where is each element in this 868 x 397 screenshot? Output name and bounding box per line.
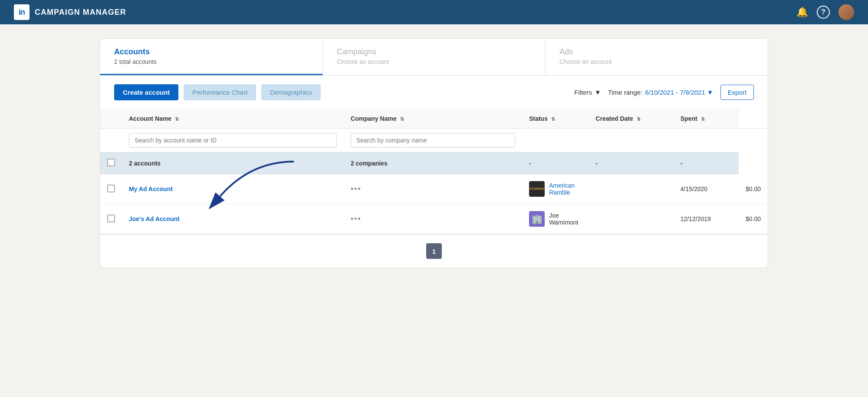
create-account-button[interactable]: Create account [114,84,178,100]
app-title: CAMPAIGN MANAGER [35,8,126,17]
summary-check-cell[interactable] [100,152,122,174]
company-name-sort-icon[interactable]: ⇅ [400,116,404,122]
topnav-left: in CAMPAIGN MANAGER [14,4,126,20]
row1-company-link[interactable]: American Ramble [549,182,582,196]
row2-check-cell[interactable] [100,204,122,234]
company-search-cell [344,129,522,152]
summary-spent-cell: - [674,152,739,174]
row1-account-cell: My Ad Account [122,174,344,204]
row1-status-cell [589,174,673,204]
accounts-table: Account Name ⇅ Company Name ⇅ Status ⇅ C… [100,109,768,234]
account-name-header[interactable]: Account Name ⇅ [122,109,344,129]
account-name-sort-icon[interactable]: ⇅ [175,116,179,122]
summary-status-cell: - [522,152,589,174]
row2-created-cell: 12/12/2019 [674,204,739,234]
filters-chevron-icon: ▼ [595,89,601,96]
tab-accounts-label: Accounts [114,47,309,56]
avatar-image [838,4,854,20]
time-range: Time range: 6/10/2021 - 7/9/2021 ▼ [608,89,713,96]
tab-ads-sublabel: Choose an account [559,58,754,65]
row2-company-info: 🏢 Joe Warnimont [529,211,582,227]
tab-campaigns[interactable]: Campaigns Choose an account [323,39,546,75]
row1-dots-cell[interactable]: ••• [344,174,522,204]
filters-button[interactable]: Filters ▼ [574,89,601,96]
summary-checkbox[interactable] [107,159,115,166]
time-range-chevron-icon: ▼ [707,89,713,96]
tab-accounts-sublabel: 2 total accounts [114,58,309,65]
summary-companies-cell: 2 companies [344,152,522,174]
export-button[interactable]: Export [720,85,754,100]
toolbar: Create account Performance Chart Demogra… [100,76,768,109]
time-range-label: Time range: [608,89,642,96]
main-container: Accounts 2 total accounts Campaigns Choo… [100,38,768,268]
linkedin-logo: in [14,4,30,20]
company-search-input[interactable] [351,133,515,148]
created-date-header[interactable]: Created Date ⇅ [589,109,673,129]
row1-company-thumb-text: STORIES [529,187,545,191]
row1-checkbox[interactable] [107,185,115,192]
bell-icon[interactable]: 🔔 [796,7,808,18]
tab-campaigns-sublabel: Choose an account [337,58,531,65]
topnav-right: 🔔 ? [796,4,854,20]
select-all-header [100,109,122,129]
row2-status-cell [589,204,673,234]
table-row: Joe's Ad Account ••• 🏢 Joe Warnimont [100,204,768,234]
demographics-button[interactable]: Demographics [261,84,321,100]
row2-company-thumb-icon: 🏢 [532,214,542,224]
row2-company-cell: 🏢 Joe Warnimont [522,204,589,234]
tab-ads-label: Ads [559,47,754,56]
toolbar-right: Filters ▼ Time range: 6/10/2021 - 7/9/20… [574,85,754,100]
user-avatar[interactable] [838,4,854,20]
row1-company-info: STORIES American Ramble [529,181,582,197]
tab-ads[interactable]: Ads Choose an account [546,39,768,75]
spent-header-label: Spent [681,115,697,122]
created-date-header-label: Created Date [595,115,633,122]
created-search-cell [589,129,673,152]
row2-checkbox[interactable] [107,215,115,222]
search-row-check-cell [100,129,122,152]
row1-created-cell: 4/15/2020 [674,174,739,204]
performance-chart-button[interactable]: Performance Chart [184,84,256,100]
status-header-label: Status [529,115,548,122]
time-range-text: 6/10/2021 - 7/9/2021 [645,89,705,96]
row2-account-link[interactable]: Joe's Ad Account [129,215,180,222]
company-name-header-label: Company Name [351,115,397,122]
filters-label: Filters [574,89,592,96]
pagination: 1 [100,234,768,268]
summary-companies-label: 2 companies [351,160,388,167]
status-search-cell [522,129,589,152]
summary-accounts-label: 2 accounts [129,160,161,167]
account-search-input[interactable] [129,133,337,148]
company-name-header[interactable]: Company Name ⇅ [344,109,522,129]
summary-row: 2 accounts 2 companies - - - [100,152,768,174]
tab-campaigns-label: Campaigns [337,47,531,56]
tabs-row: Accounts 2 total accounts Campaigns Choo… [100,39,768,76]
time-range-value[interactable]: 6/10/2021 - 7/9/2021 ▼ [645,89,713,96]
page-1-button[interactable]: 1 [426,243,442,259]
row1-account-link[interactable]: My Ad Account [129,185,173,192]
search-row [100,129,768,152]
row2-account-cell: Joe's Ad Account [122,204,344,234]
row1-company-thumbnail: STORIES [529,181,545,197]
top-navigation: in CAMPAIGN MANAGER 🔔 ? [0,0,868,24]
spent-header[interactable]: Spent ⇅ [674,109,739,129]
status-header[interactable]: Status ⇅ [522,109,589,129]
table-header-row: Account Name ⇅ Company Name ⇅ Status ⇅ C… [100,109,768,129]
help-icon[interactable]: ? [817,6,830,19]
table-row: My Ad Account [100,174,768,204]
tab-accounts[interactable]: Accounts 2 total accounts [100,39,323,75]
row2-dots-cell[interactable]: ••• [344,204,522,234]
status-sort-icon[interactable]: ⇅ [551,116,555,122]
created-date-sort-icon[interactable]: ⇅ [637,116,641,122]
summary-accounts-cell: 2 accounts [122,152,344,174]
spent-sort-icon[interactable]: ⇅ [701,116,705,122]
row1-company-cell: STORIES American Ramble [522,174,589,204]
row2-more-menu[interactable]: ••• [351,215,362,223]
row2-company-thumbnail: 🏢 [529,211,545,227]
row2-spent-cell: $0.00 [739,204,768,234]
account-search-cell [122,129,344,152]
account-name-header-label: Account Name [129,115,171,122]
row1-more-menu[interactable]: ••• [351,185,362,193]
row1-check-cell[interactable] [100,174,122,204]
summary-created-cell: - [589,152,673,174]
